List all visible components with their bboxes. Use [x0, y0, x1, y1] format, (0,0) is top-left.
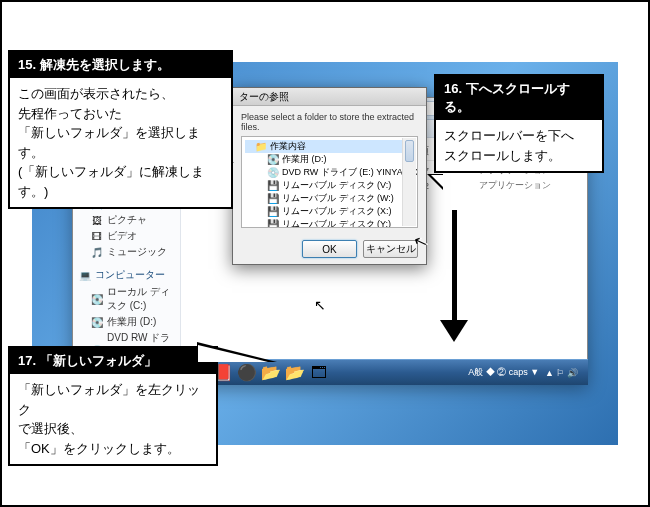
tree-item[interactable]: 💾リムーバブル ディスク (X:)	[245, 205, 414, 218]
tree-item[interactable]: 💾リムーバブル ディスク (V:)	[245, 179, 414, 192]
tree-item[interactable]: 💿DVD RW ドライブ (E:) YINYANEX	[245, 166, 414, 179]
callout-title: 16. 下へスクロールする。	[436, 76, 602, 120]
callout-body: この画面が表示されたら、 先程作っておいた 「新しいフォルダ」を選択します。 (…	[10, 78, 231, 207]
disk-icon: 💽	[91, 316, 103, 328]
dialog-message: Please select a folder to store the extr…	[241, 112, 418, 132]
taskbar-icon[interactable]: 🗔	[308, 363, 330, 383]
disk-icon: 💾	[267, 206, 279, 218]
tree-item[interactable]: 💾リムーバブル ディスク (Y:)	[245, 218, 414, 228]
sidebar-item-music[interactable]: 🎵ミュージック	[73, 244, 180, 260]
folder-tree[interactable]: 📁作業内容 💽作業用 (D:) 💿DVD RW ドライブ (E:) YINYAN…	[241, 136, 418, 228]
sidebar-group-computer[interactable]: 💻コンピューター	[73, 266, 180, 284]
video-icon: 🎞	[91, 230, 103, 242]
disk-icon: 💾	[267, 193, 279, 205]
callout-17: 17. 「新しいフォルダ」 「新しいフォルダ」を左クリック で選択後、 「OK」…	[8, 346, 218, 466]
tree-item[interactable]: 📁作業内容	[245, 140, 414, 153]
browse-folder-dialog: ターの参照 Please select a folder to store th…	[232, 87, 427, 265]
sidebar-item-pictures[interactable]: 🖼ピクチャ	[73, 212, 180, 228]
dvd-icon: 💿	[267, 167, 279, 179]
computer-icon: 💻	[79, 269, 91, 281]
tray-ime[interactable]: A般 ◆ ② caps ▼	[468, 366, 539, 379]
callout-title: 15. 解凍先を選択します。	[10, 52, 231, 78]
system-tray[interactable]: A般 ◆ ② caps ▼ ▲ ⚐ 🔊	[462, 366, 584, 379]
cursor-icon: ↖	[314, 297, 326, 313]
pic-icon: 🖼	[91, 214, 103, 226]
callout-16: 16. 下へスクロールする。 スクロールバーを下へ スクロールします。	[434, 74, 604, 173]
cancel-button[interactable]: キャンセル	[363, 240, 418, 258]
sidebar-item-localdisk[interactable]: 💽ローカル ディスク (C:)	[73, 284, 180, 314]
scrollbar-thumb[interactable]	[405, 140, 414, 162]
callout-body: スクロールバーを下へ スクロールします。	[436, 120, 602, 171]
callout-title: 17. 「新しいフォルダ」	[10, 348, 216, 374]
disk-icon: 💽	[91, 293, 103, 305]
tree-item[interactable]: 💽作業用 (D:)	[245, 153, 414, 166]
tray-icons[interactable]: ▲ ⚐ 🔊	[545, 368, 578, 378]
taskbar-icon[interactable]: 📂	[284, 363, 306, 383]
sidebar-item-videos[interactable]: 🎞ビデオ	[73, 228, 180, 244]
disk-icon: 💾	[267, 219, 279, 229]
callout-body: 「新しいフォルダ」を左クリック で選択後、 「OK」をクリックします。	[10, 374, 216, 464]
tree-item[interactable]: 💾リムーバブル ディスク (W:)	[245, 192, 414, 205]
taskbar-icon[interactable]: ⚫	[236, 363, 258, 383]
folder-icon: 📁	[255, 141, 267, 153]
tree-scrollbar[interactable]	[402, 138, 416, 226]
ok-button[interactable]: OK	[302, 240, 357, 258]
music-icon: 🎵	[91, 246, 103, 258]
taskbar-icon[interactable]: 📂	[260, 363, 282, 383]
dialog-title: ターの参照	[233, 88, 426, 106]
callout-15: 15. 解凍先を選択します。 この画面が表示されたら、 先程作っておいた 「新し…	[8, 50, 233, 209]
disk-icon: 💾	[267, 180, 279, 192]
scroll-down-arrow	[452, 210, 468, 342]
disk-icon: 💽	[267, 154, 279, 166]
sidebar-item-workdisk[interactable]: 💽作業用 (D:)	[73, 314, 180, 330]
